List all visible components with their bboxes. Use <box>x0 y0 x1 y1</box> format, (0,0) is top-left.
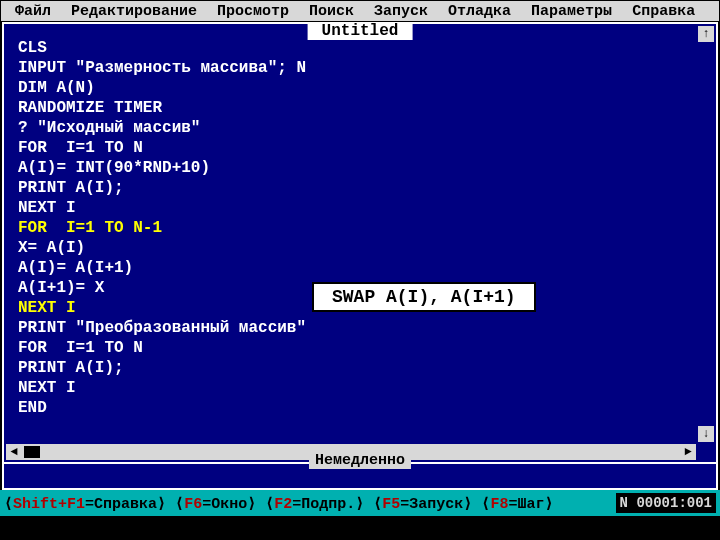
statusbar: ⟨Shift+F1=Справка⟩ ⟨F6=Окно⟩ ⟨F2=Подпр.⟩… <box>0 490 720 516</box>
menu-debug[interactable]: Отладка <box>438 2 521 21</box>
scroll-up-button[interactable]: ↑ <box>698 26 714 42</box>
menu-edit[interactable]: Редактирование <box>61 2 207 21</box>
menubar: Файл Редактирование Просмотр Поиск Запус… <box>0 0 720 22</box>
status-hints: ⟨Shift+F1=Справка⟩ ⟨F6=Окно⟩ ⟨F2=Подпр.⟩… <box>4 494 610 513</box>
scroll-down-button[interactable]: ↓ <box>698 426 714 442</box>
editor-window: Untitled ↑ CLSINPUT "Размерность массива… <box>2 22 718 490</box>
scroll-left-icon[interactable]: ◄ <box>6 444 22 460</box>
cursor-position: N 00001:001 <box>616 493 716 513</box>
code-area[interactable]: CLSINPUT "Размерность массива"; NDIM A(N… <box>4 24 716 420</box>
menu-options[interactable]: Параметры <box>521 2 622 21</box>
hscroll-thumb[interactable] <box>24 446 40 458</box>
scroll-right-icon[interactable]: ► <box>680 444 696 460</box>
menu-help[interactable]: Справка <box>622 2 705 21</box>
menu-file[interactable]: Файл <box>5 2 61 21</box>
menu-run[interactable]: Запуск <box>364 2 438 21</box>
immediate-window[interactable]: Немедленно <box>4 462 716 488</box>
swap-annotation: SWAP A(I), A(I+1) <box>312 282 536 312</box>
menu-view[interactable]: Просмотр <box>207 2 299 21</box>
immediate-label: Немедленно <box>309 452 411 469</box>
window-title: Untitled <box>308 22 413 40</box>
menu-search[interactable]: Поиск <box>299 2 364 21</box>
